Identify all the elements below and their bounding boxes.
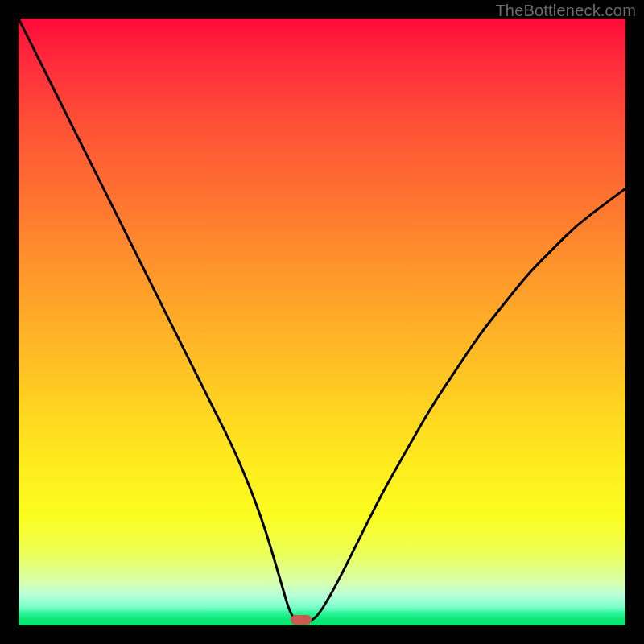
optimum-marker [291, 615, 312, 625]
watermark-text: TheBottleneck.com [495, 2, 636, 20]
plot-area [19, 19, 625, 625]
chart-frame: TheBottleneck.com [0, 0, 644, 644]
bottleneck-curve-path [19, 19, 625, 621]
curve-svg [19, 19, 625, 625]
